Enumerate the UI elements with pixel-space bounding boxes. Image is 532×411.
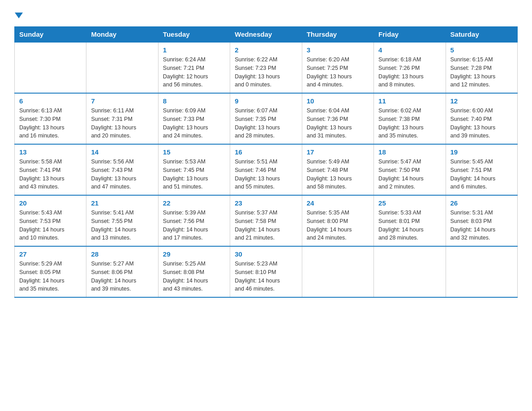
day-number: 14 [91,148,153,156]
day-info: Sunrise: 5:45 AMSunset: 7:51 PMDaylight:… [450,158,513,191]
day-info: Sunrise: 5:23 AMSunset: 8:10 PMDaylight:… [235,260,297,293]
col-header-monday: Monday [86,27,158,43]
day-info: Sunrise: 5:39 AMSunset: 7:56 PMDaylight:… [163,209,225,242]
day-number: 3 [307,46,369,54]
day-info: Sunrise: 6:13 AMSunset: 7:30 PMDaylight:… [19,107,82,140]
day-number: 2 [235,46,297,54]
col-header-sunday: Sunday [15,27,86,43]
day-info: Sunrise: 6:20 AMSunset: 7:25 PMDaylight:… [307,56,369,89]
day-number: 16 [235,148,297,156]
day-number: 25 [378,199,441,207]
day-info: Sunrise: 5:43 AMSunset: 7:53 PMDaylight:… [19,209,82,242]
calendar-cell: 22Sunrise: 5:39 AMSunset: 7:56 PMDayligh… [158,195,230,246]
day-number: 6 [19,97,82,105]
col-header-thursday: Thursday [302,27,373,43]
day-info: Sunrise: 5:41 AMSunset: 7:55 PMDaylight:… [91,209,153,242]
day-info: Sunrise: 5:56 AMSunset: 7:43 PMDaylight:… [91,158,153,191]
day-number: 17 [307,148,369,156]
day-number: 8 [163,97,225,105]
day-number: 10 [307,97,369,105]
calendar-cell: 15Sunrise: 5:53 AMSunset: 7:45 PMDayligh… [158,144,230,195]
calendar-cell: 24Sunrise: 5:35 AMSunset: 8:00 PMDayligh… [302,195,373,246]
day-number: 24 [307,199,369,207]
day-info: Sunrise: 5:31 AMSunset: 8:03 PMDaylight:… [450,209,513,242]
day-info: Sunrise: 5:49 AMSunset: 7:48 PMDaylight:… [307,158,369,191]
calendar-cell: 12Sunrise: 6:00 AMSunset: 7:40 PMDayligh… [446,93,517,144]
logo-triangle-icon [15,13,23,18]
calendar-cell: 27Sunrise: 5:29 AMSunset: 8:05 PMDayligh… [15,246,86,297]
col-header-saturday: Saturday [446,27,517,43]
day-number: 13 [19,148,82,156]
calendar-cell: 26Sunrise: 5:31 AMSunset: 8:03 PMDayligh… [446,195,517,246]
day-number: 23 [235,199,297,207]
calendar-cell [15,42,86,93]
day-info: Sunrise: 5:47 AMSunset: 7:50 PMDaylight:… [378,158,441,191]
day-number: 11 [378,97,441,105]
calendar-cell: 8Sunrise: 6:09 AMSunset: 7:33 PMDaylight… [158,93,230,144]
day-number: 29 [163,250,225,258]
day-info: Sunrise: 5:53 AMSunset: 7:45 PMDaylight:… [163,158,225,191]
day-number: 27 [19,250,82,258]
day-number: 1 [163,46,225,54]
calendar-cell: 20Sunrise: 5:43 AMSunset: 7:53 PMDayligh… [15,195,86,246]
day-number: 7 [91,97,153,105]
day-number: 28 [91,250,153,258]
day-info: Sunrise: 5:51 AMSunset: 7:46 PMDaylight:… [235,158,297,191]
calendar-cell: 13Sunrise: 5:58 AMSunset: 7:41 PMDayligh… [15,144,86,195]
calendar-cell: 14Sunrise: 5:56 AMSunset: 7:43 PMDayligh… [86,144,158,195]
calendar-cell: 21Sunrise: 5:41 AMSunset: 7:55 PMDayligh… [86,195,158,246]
day-number: 22 [163,199,225,207]
calendar-week-row: 1Sunrise: 6:24 AMSunset: 7:21 PMDaylight… [15,42,518,93]
calendar-cell: 16Sunrise: 5:51 AMSunset: 7:46 PMDayligh… [230,144,302,195]
logo [14,11,23,19]
day-info: Sunrise: 5:35 AMSunset: 8:00 PMDaylight:… [307,209,369,242]
calendar-cell: 9Sunrise: 6:07 AMSunset: 7:35 PMDaylight… [230,93,302,144]
calendar-cell: 11Sunrise: 6:02 AMSunset: 7:38 PMDayligh… [374,93,446,144]
day-info: Sunrise: 6:04 AMSunset: 7:36 PMDaylight:… [307,107,369,140]
day-info: Sunrise: 6:07 AMSunset: 7:35 PMDaylight:… [235,107,297,140]
day-number: 12 [450,97,513,105]
day-info: Sunrise: 6:24 AMSunset: 7:21 PMDaylight:… [163,56,225,89]
day-number: 21 [91,199,153,207]
calendar-week-row: 20Sunrise: 5:43 AMSunset: 7:53 PMDayligh… [15,195,518,246]
col-header-wednesday: Wednesday [230,27,302,43]
calendar-cell: 10Sunrise: 6:04 AMSunset: 7:36 PMDayligh… [302,93,373,144]
day-info: Sunrise: 6:18 AMSunset: 7:26 PMDaylight:… [378,56,441,89]
calendar-cell: 18Sunrise: 5:47 AMSunset: 7:50 PMDayligh… [374,144,446,195]
calendar-cell: 17Sunrise: 5:49 AMSunset: 7:48 PMDayligh… [302,144,373,195]
day-number: 20 [19,199,82,207]
calendar-cell: 23Sunrise: 5:37 AMSunset: 7:58 PMDayligh… [230,195,302,246]
calendar-table: SundayMondayTuesdayWednesdayThursdayFrid… [14,26,518,298]
day-number: 5 [450,46,513,54]
calendar-cell [86,42,158,93]
calendar-cell [446,246,517,297]
col-header-tuesday: Tuesday [158,27,230,43]
day-info: Sunrise: 5:33 AMSunset: 8:01 PMDaylight:… [378,209,441,242]
day-info: Sunrise: 6:09 AMSunset: 7:33 PMDaylight:… [163,107,225,140]
day-info: Sunrise: 6:15 AMSunset: 7:28 PMDaylight:… [450,56,513,89]
col-header-friday: Friday [374,27,446,43]
calendar-cell: 29Sunrise: 5:25 AMSunset: 8:08 PMDayligh… [158,246,230,297]
day-info: Sunrise: 5:27 AMSunset: 8:06 PMDaylight:… [91,260,153,293]
page-header [14,11,518,19]
logo-text [14,11,23,18]
calendar-week-row: 6Sunrise: 6:13 AMSunset: 7:30 PMDaylight… [15,93,518,144]
calendar-cell [302,246,373,297]
day-info: Sunrise: 6:00 AMSunset: 7:40 PMDaylight:… [450,107,513,140]
calendar-cell: 28Sunrise: 5:27 AMSunset: 8:06 PMDayligh… [86,246,158,297]
day-number: 4 [378,46,441,54]
day-info: Sunrise: 6:22 AMSunset: 7:23 PMDaylight:… [235,56,297,89]
day-info: Sunrise: 5:25 AMSunset: 8:08 PMDaylight:… [163,260,225,293]
day-info: Sunrise: 5:37 AMSunset: 7:58 PMDaylight:… [235,209,297,242]
day-number: 18 [378,148,441,156]
calendar-cell: 5Sunrise: 6:15 AMSunset: 7:28 PMDaylight… [446,42,517,93]
calendar-cell: 3Sunrise: 6:20 AMSunset: 7:25 PMDaylight… [302,42,373,93]
calendar-cell: 4Sunrise: 6:18 AMSunset: 7:26 PMDaylight… [374,42,446,93]
day-info: Sunrise: 5:29 AMSunset: 8:05 PMDaylight:… [19,260,82,293]
calendar-cell: 19Sunrise: 5:45 AMSunset: 7:51 PMDayligh… [446,144,517,195]
calendar-week-row: 27Sunrise: 5:29 AMSunset: 8:05 PMDayligh… [15,246,518,297]
day-number: 19 [450,148,513,156]
calendar-cell: 30Sunrise: 5:23 AMSunset: 8:10 PMDayligh… [230,246,302,297]
calendar-cell: 7Sunrise: 6:11 AMSunset: 7:31 PMDaylight… [86,93,158,144]
day-number: 26 [450,199,513,207]
